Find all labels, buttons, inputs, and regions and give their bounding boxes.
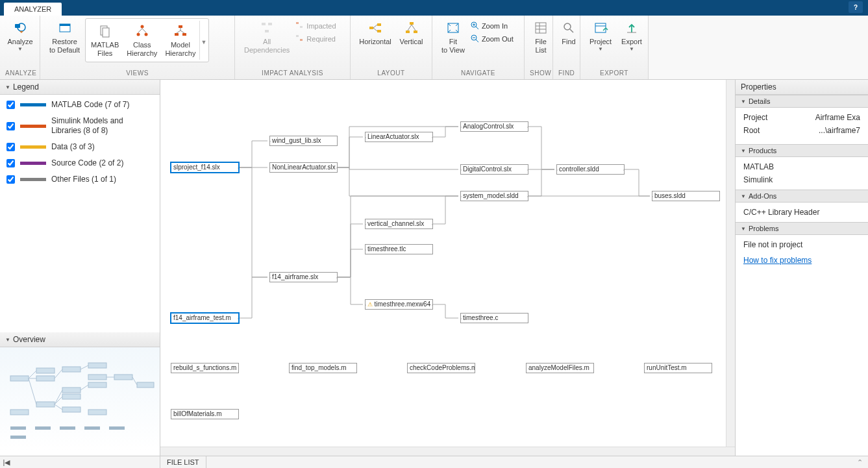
legend-checkbox[interactable]	[6, 101, 15, 109]
file-node[interactable]: DigitalControl.slx	[460, 164, 528, 175]
legend-item[interactable]: Other Files (1 of 1)	[6, 175, 153, 184]
legend-checkbox[interactable]	[6, 143, 15, 151]
file-node-label: f14_airframe.slx	[272, 273, 318, 280]
status-prev-button[interactable]: |◀	[0, 458, 13, 467]
port-in	[460, 317, 462, 321]
wires-layer	[160, 80, 735, 456]
file-node[interactable]: checkCodeProblems.m	[407, 363, 475, 373]
svg-line-57	[81, 385, 88, 390]
zoom-in-button[interactable]: Zoom In	[470, 21, 514, 31]
overview-header[interactable]: ▼ Overview	[0, 332, 160, 347]
svg-rect-9	[179, 25, 182, 28]
svg-rect-23	[406, 31, 410, 33]
legend-checkbox[interactable]	[6, 159, 15, 167]
fit-to-view-button[interactable]: Fit to View	[438, 18, 469, 56]
port-in	[269, 276, 271, 280]
file-node[interactable]: runUnitTest.m	[644, 363, 712, 373]
file-node-label: timesthree.mexw64	[375, 301, 431, 308]
export-button[interactable]: Export ▼	[617, 18, 647, 53]
find-button[interactable]: Find	[558, 18, 579, 47]
file-node[interactable]: controller.sldd	[556, 164, 625, 175]
products-section-header[interactable]: ▼Products	[736, 144, 868, 157]
svg-rect-37	[36, 402, 55, 407]
help-button[interactable]: ?	[849, 1, 863, 13]
file-node[interactable]: LinearActuator.slx	[365, 132, 433, 142]
port-out	[336, 276, 338, 280]
file-node[interactable]: billOfMaterials.m	[171, 409, 239, 419]
svg-line-52	[55, 369, 62, 378]
warning-icon: ⚠	[367, 301, 375, 308]
file-node[interactable]: f14_airframe_test.m	[171, 313, 239, 323]
file-list-button[interactable]: File List	[530, 18, 552, 56]
how-to-fix-link[interactable]: How to fix problems	[743, 256, 860, 265]
file-node[interactable]: ⚠ timesthree.mexw64	[365, 299, 433, 310]
svg-rect-42	[88, 363, 106, 368]
legend-item[interactable]: Simulink Models and Libraries (8 of 8)	[6, 116, 153, 136]
svg-rect-3	[60, 24, 70, 26]
horizontal-scrollbar[interactable]	[160, 447, 735, 456]
svg-rect-38	[62, 367, 81, 372]
file-node[interactable]: AnalogControl.slx	[460, 121, 528, 132]
file-node[interactable]: f14_airframe.slx	[269, 272, 338, 282]
svg-rect-14	[265, 30, 269, 32]
port-out	[238, 166, 239, 170]
file-node[interactable]: analyzeModelFiles.m	[526, 363, 594, 373]
file-node[interactable]: vertical_channel.slx	[365, 219, 433, 229]
layout-vertical-button[interactable]: Vertical	[396, 18, 427, 47]
project-export-button[interactable]: Project ▼	[586, 18, 615, 53]
legend-header[interactable]: ▼ Legend	[0, 80, 160, 95]
zoom-out-button[interactable]: Zoom Out	[470, 34, 514, 44]
file-node-label: rebuild_s_functions.m	[173, 364, 236, 371]
dependency-canvas[interactable]: slproject_f14.slxwind_gust_lib.slxNonLin…	[160, 80, 735, 456]
tab-analyzer[interactable]: ANALYZER	[4, 3, 62, 16]
legend-item[interactable]: Data (3 of 3)	[6, 142, 153, 152]
svg-rect-41	[62, 407, 81, 412]
svg-rect-44	[88, 382, 106, 388]
file-node[interactable]: rebuild_s_functions.m	[171, 363, 239, 373]
matlab-files-view-button[interactable]: MATLAB Files	[87, 21, 123, 59]
port-in	[269, 166, 271, 170]
restore-default-button[interactable]: Restore to Default	[45, 18, 84, 56]
legend-swatch	[20, 103, 46, 106]
svg-rect-63	[84, 426, 100, 430]
problem-text: File not in project	[743, 240, 860, 249]
svg-rect-10	[175, 33, 179, 36]
file-node[interactable]: timesthree.c	[460, 313, 528, 323]
file-node[interactable]: buses.sldd	[652, 191, 720, 201]
model-hierarchy-view-button[interactable]: Model Hierarchy	[161, 21, 199, 59]
svg-rect-33	[595, 23, 606, 32]
chevron-down-icon: ▼	[5, 84, 10, 90]
status-expand-icon[interactable]: ⌃	[852, 458, 868, 467]
port-out	[527, 195, 528, 199]
legend-checkbox[interactable]	[6, 122, 15, 130]
views-dropdown-button[interactable]: ▼	[199, 21, 207, 60]
analyze-icon	[12, 19, 29, 36]
port-in	[365, 223, 366, 227]
file-node[interactable]: system_model.sldd	[460, 191, 528, 201]
file-node[interactable]: timesthree.tlc	[365, 244, 433, 254]
file-list-status-button[interactable]: FILE LIST	[160, 456, 206, 468]
chevron-down-icon: ▼	[741, 148, 746, 154]
legend-item[interactable]: Source Code (2 of 2)	[6, 158, 153, 168]
left-panel: ▼ Legend MATLAB Code (7 of 7) Simulink M…	[0, 80, 160, 456]
layout-horizontal-button[interactable]: Horizontal	[356, 18, 395, 47]
file-node[interactable]: NonLinearActuator.slx	[269, 162, 338, 173]
file-node[interactable]: slproject_f14.slx	[171, 162, 239, 173]
legend-item[interactable]: MATLAB Code (7 of 7)	[6, 100, 153, 110]
vertical-scrollbar[interactable]	[726, 80, 735, 447]
svg-rect-39	[62, 388, 81, 393]
file-node[interactable]: find_top_models.m	[289, 363, 357, 373]
class-hierarchy-icon	[134, 23, 151, 40]
details-section-header[interactable]: ▼Details	[736, 95, 868, 108]
overview-minimap[interactable]	[0, 347, 160, 451]
svg-rect-21	[377, 30, 381, 32]
addons-section-header[interactable]: ▼Add-Ons	[736, 190, 868, 203]
class-hierarchy-view-button[interactable]: Class Hierarchy	[123, 21, 161, 59]
svg-rect-46	[114, 375, 132, 380]
problems-section-header[interactable]: ▼Problems	[736, 222, 868, 235]
file-node[interactable]: wind_gust_lib.slx	[269, 136, 338, 146]
svg-rect-34	[10, 376, 29, 381]
svg-rect-13	[268, 23, 272, 25]
analyze-button[interactable]: Analyze ▼	[5, 18, 35, 53]
legend-checkbox[interactable]	[6, 175, 15, 184]
